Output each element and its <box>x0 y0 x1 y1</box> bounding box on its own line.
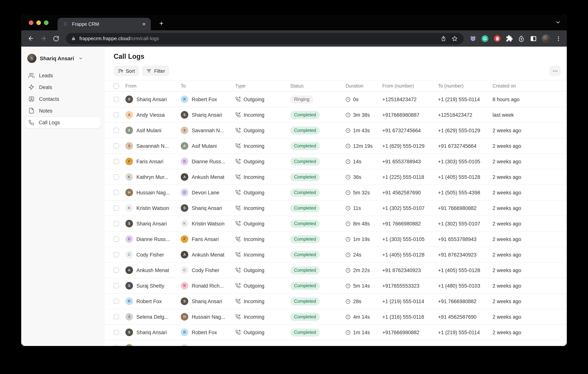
avatar: S <box>181 298 188 305</box>
from-name: Faris Ansari <box>136 159 163 164</box>
row-checkbox[interactable] <box>114 283 119 288</box>
extensions-puzzle-icon[interactable] <box>505 35 513 42</box>
column-header[interactable]: Type <box>235 83 290 88</box>
clock-icon <box>346 268 350 273</box>
row-checkbox[interactable] <box>114 190 119 195</box>
sidebar-item-contacts[interactable]: Contacts <box>25 93 101 105</box>
table-row[interactable]: AAsif MulaniSSavannah N...OutgoingComple… <box>105 123 567 138</box>
table-row[interactable]: HHussain Nag...DDevon LaneOutgoingComple… <box>105 185 567 201</box>
row-checkbox[interactable] <box>114 143 119 149</box>
github-extension-icon[interactable] <box>469 35 477 42</box>
column-header[interactable]: From (number) <box>382 83 438 88</box>
table-row[interactable] <box>105 340 567 346</box>
created-on: 2 weeks ago <box>493 252 521 257</box>
duration: 1m 19s <box>353 236 370 242</box>
table-row[interactable]: SShariq AnsariRRobert FoxOutgoingRinging… <box>105 92 567 107</box>
select-all-checkbox[interactable] <box>114 83 119 88</box>
table-row[interactable]: SSuraj ShettyRRonald Rich...OutgoingComp… <box>105 278 567 294</box>
reload-button[interactable] <box>51 33 61 44</box>
from-number: +917666980887 <box>382 112 420 118</box>
table-row[interactable]: SShariq AnsariKKristin WatsonOutgoingCom… <box>105 216 567 232</box>
adblock-extension-icon[interactable] <box>493 35 501 42</box>
close-window-button[interactable] <box>29 21 33 25</box>
row-checkbox[interactable] <box>114 128 119 133</box>
duration: 3m 38s <box>353 112 370 118</box>
table-row[interactable]: SSavannah N...AAsif MulaniIncomingComple… <box>105 138 567 154</box>
forward-button[interactable] <box>38 33 49 44</box>
created-on: 2 weeks ago <box>493 299 521 304</box>
table-row[interactable]: RRobert FoxSShariq AnsariIncomingComplet… <box>105 294 567 309</box>
from-number: +1 (316) 555-0116 <box>382 314 424 320</box>
row-checkbox[interactable] <box>114 299 119 304</box>
column-header[interactable]: To (number) <box>438 83 493 88</box>
created-on: 2 weeks ago <box>493 159 521 164</box>
row-checkbox[interactable] <box>114 159 119 164</box>
row-checkbox[interactable] <box>114 174 119 180</box>
row-checkbox[interactable] <box>114 345 119 346</box>
table-row[interactable]: FFaris AnsariDDianne Russ...OutgoingComp… <box>105 154 567 169</box>
row-checkbox[interactable] <box>114 267 119 273</box>
sidebar-item-call-logs[interactable]: Call Logs <box>25 117 101 128</box>
row-checkbox[interactable] <box>114 314 119 320</box>
from-name: Shariq Ansari <box>136 221 167 226</box>
column-header[interactable]: From <box>126 83 181 88</box>
from-number: +91 6732745664 <box>382 128 421 133</box>
table-row[interactable]: SShariq AnsariRRobert FoxOutgoingComplet… <box>105 325 567 340</box>
browser-tab[interactable]: F Frappe CRM ✕ <box>58 18 151 30</box>
back-button[interactable] <box>26 33 36 44</box>
column-header[interactable]: Status <box>290 83 346 88</box>
extensions-area: G <box>469 34 562 43</box>
bookmark-star-icon[interactable] <box>452 35 458 42</box>
duration: 11s <box>353 205 361 211</box>
leaf-extension-icon[interactable] <box>517 35 525 42</box>
from-name: Kathryn Mur... <box>136 174 168 180</box>
tab-search-chevron-icon[interactable] <box>556 20 561 27</box>
column-header[interactable]: Created on <box>493 83 558 88</box>
filter-button[interactable]: Filter <box>142 65 169 76</box>
column-header[interactable]: Duration <box>346 83 382 88</box>
row-checkbox[interactable] <box>114 252 119 257</box>
table-row[interactable]: AAnkush MenatCCody FisherOutgoingComplet… <box>105 263 567 278</box>
row-checkbox[interactable] <box>114 330 119 335</box>
call-type: Incoming <box>244 236 264 242</box>
minimize-window-button[interactable] <box>36 21 41 25</box>
page-title: Call Logs <box>114 53 558 61</box>
table-row[interactable]: AAndy ViessaSShariq AnsariIncomingComple… <box>105 107 567 123</box>
row-checkbox[interactable] <box>114 112 119 118</box>
status-badge: Completed <box>290 204 320 212</box>
table-row[interactable]: KKathryn Mur...AAnkush MenatIncomingComp… <box>105 169 567 185</box>
column-header[interactable]: To <box>181 83 235 88</box>
new-tab-button[interactable]: + <box>156 18 167 29</box>
url-bar[interactable]: frappecrm.frappe.cloud/crm/call-logs <box>66 33 464 44</box>
duration: 4m 14s <box>353 314 370 320</box>
row-checkbox[interactable] <box>114 236 119 242</box>
to-number: +1 (303) 555-0105 <box>438 159 480 164</box>
grammarly-extension-icon[interactable]: G <box>481 35 489 42</box>
share-icon[interactable] <box>441 35 446 42</box>
sidebar-item-deals[interactable]: Deals <box>25 82 101 93</box>
from-number: +1 (219) 555-0114 <box>382 299 424 304</box>
user-menu[interactable]: S Shariq Ansari <box>21 53 105 64</box>
sidebar-item-notes[interactable]: Notes <box>25 105 101 116</box>
sidebar-item-leads[interactable]: Leads <box>25 70 101 81</box>
clock-icon <box>346 206 350 211</box>
row-checkbox[interactable] <box>114 205 119 211</box>
call-type: Incoming <box>244 299 264 304</box>
table-row[interactable]: KKristin WatsonSShariq AnsariIncomingCom… <box>105 201 567 216</box>
row-checkbox[interactable] <box>114 221 119 226</box>
sort-button[interactable]: Sort <box>114 65 139 76</box>
table-row[interactable]: DDianne Russ...FFaris AnsariIncomingComp… <box>105 232 567 247</box>
more-options-button[interactable] <box>549 65 561 76</box>
browser-profile-avatar[interactable] <box>542 34 550 43</box>
row-checkbox[interactable] <box>114 97 119 102</box>
zoom-window-button[interactable] <box>44 21 49 25</box>
side-panel-icon[interactable] <box>530 35 537 42</box>
table-row[interactable]: SSelena Delg...HHussain Nag...IncomingCo… <box>105 309 567 325</box>
sidebar-item-label: Notes <box>39 108 52 114</box>
clock-icon <box>346 221 350 226</box>
table-row[interactable]: CCody FisherAAnkush MenatIncomingComplet… <box>105 247 567 263</box>
clock-icon <box>346 97 350 102</box>
browser-menu-icon[interactable] <box>555 35 562 42</box>
tab-close-icon[interactable]: ✕ <box>141 21 147 27</box>
sidebar-item-label: Leads <box>39 73 53 78</box>
